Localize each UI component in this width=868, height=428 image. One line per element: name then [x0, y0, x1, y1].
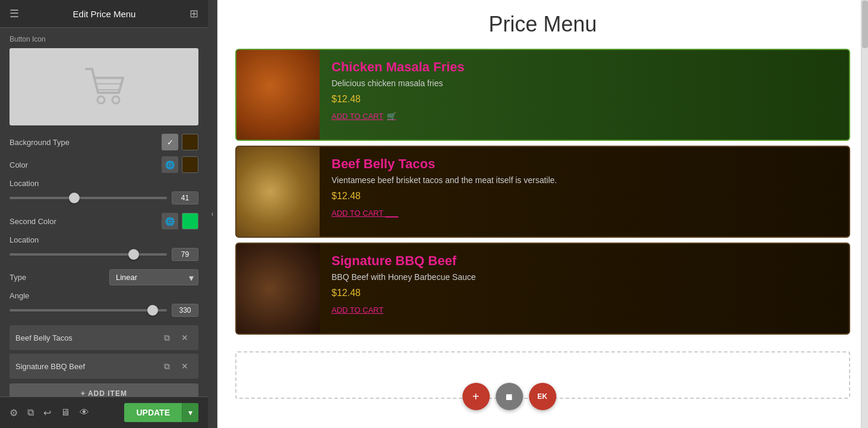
add-float-button[interactable]: +	[462, 383, 490, 410]
delete-item-btn[interactable]: ✕	[177, 330, 192, 345]
list-item: Beef Belly Tacos ⧉ ✕	[10, 325, 198, 350]
location-slider-row: Location	[10, 179, 198, 204]
footer-icons: ⚙ ⧉ ↩ 🖥 👁	[10, 407, 89, 418]
tacos-add-to-cart[interactable]: ADD TO CART ___	[332, 209, 398, 218]
list-item: Signature BBQ Beef ⧉ ✕	[10, 354, 198, 379]
angle-slider-container	[10, 304, 198, 317]
chicken-card-body: Chicken Masala Fries Delicious chicken m…	[320, 50, 849, 140]
layers-icon[interactable]: ⧉	[27, 407, 34, 418]
location-value-input[interactable]	[172, 191, 198, 204]
update-button[interactable]: UPDATE	[124, 403, 182, 422]
second-color-swatch[interactable]	[182, 213, 198, 229]
type-label: Type	[10, 273, 26, 282]
second-location-value-input[interactable]	[172, 248, 198, 261]
second-color-label: Second Color	[10, 217, 56, 226]
scrollbar-track[interactable]	[861, 0, 868, 428]
bbq-card-body: Signature BBQ Beef BBQ Beef with Honey B…	[320, 244, 849, 333]
svg-point-0	[97, 96, 105, 103]
tacos-price: $12.48	[332, 191, 837, 202]
bbq-add-to-cart[interactable]: ADD TO CART	[332, 306, 383, 314]
undo-icon[interactable]: ↩	[43, 407, 51, 418]
cart-link-icon: 🛒	[387, 112, 396, 121]
second-location-slider-thumb[interactable]	[128, 249, 139, 260]
color-row: Color 🌐	[10, 156, 198, 173]
type-select-wrapper: Linear	[109, 269, 198, 285]
menu-cards-container: Chicken Masala Fries Delicious chicken m…	[217, 43, 868, 345]
angle-slider-row: Angle	[10, 291, 198, 317]
panel-content: Button Icon Background Type ✓ Color 🌐	[0, 28, 208, 396]
menu-item-name: Signature BBQ Beef	[15, 362, 157, 371]
floating-buttons: + ■ EK	[462, 383, 556, 410]
type-row: Type Linear	[10, 269, 198, 285]
collapse-tab[interactable]: ‹	[208, 0, 217, 428]
chicken-price: $12.48	[332, 94, 837, 105]
location-slider-thumb[interactable]	[69, 193, 80, 203]
settings-icon[interactable]: ⚙	[10, 407, 18, 418]
angle-slider-track[interactable]	[10, 309, 167, 311]
button-icon-label: Button Icon	[10, 35, 198, 43]
checkmark-btn[interactable]: ✓	[162, 134, 178, 150]
menu-card-tacos: Beef Belly Tacos Vientamese beef brisket…	[235, 146, 850, 238]
location-slider-track[interactable]	[10, 197, 167, 199]
panel-header: ☰ Edit Price Menu ⊞	[0, 0, 208, 28]
preview-icon[interactable]: 👁	[80, 407, 89, 418]
cart-icon	[80, 63, 128, 111]
second-color-row: Second Color 🌐	[10, 213, 198, 229]
background-type-label: Background Type	[10, 138, 70, 147]
location-label: Location	[10, 179, 198, 188]
second-color-controls: 🌐	[162, 213, 198, 229]
color-controls: 🌐	[162, 156, 198, 173]
svg-point-1	[112, 96, 119, 103]
copy-item-btn[interactable]: ⧉	[159, 330, 175, 345]
bbq-price: $12.48	[332, 288, 837, 298]
delete-item-btn[interactable]: ✕	[177, 358, 192, 374]
second-globe-icon-btn[interactable]: 🌐	[162, 213, 178, 229]
tacos-title: Beef Belly Tacos	[332, 156, 837, 172]
right-panel: Price Menu Chicken Masala Fries Deliciou…	[217, 0, 868, 428]
tacos-desc: Vientamese beef brisket tacos and the me…	[332, 175, 837, 185]
bbq-title: Signature BBQ Beef	[332, 253, 837, 269]
icon-preview-box	[10, 48, 198, 125]
angle-slider-thumb[interactable]	[147, 305, 158, 316]
menu-items-list: Beef Belly Tacos ⧉ ✕ Signature BBQ Beef …	[10, 325, 198, 379]
hamburger-icon[interactable]: ☰	[10, 7, 19, 20]
angle-label: Angle	[10, 291, 198, 300]
grid-icon[interactable]: ⊞	[190, 7, 198, 20]
globe-icon-btn[interactable]: 🌐	[162, 156, 178, 173]
menu-card-chicken: Chicken Masala Fries Delicious chicken m…	[235, 49, 850, 141]
tacos-card-body: Beef Belly Tacos Vientamese beef brisket…	[320, 147, 849, 237]
bbq-image	[236, 244, 320, 333]
settings-float-button[interactable]: ■	[495, 383, 523, 410]
location-slider-container	[10, 191, 198, 204]
panel-title: Edit Price Menu	[73, 9, 136, 19]
second-location-slider-track[interactable]	[10, 253, 167, 256]
chicken-desc: Delicious chicken masala fries	[332, 78, 837, 88]
menu-card-bbq: Signature BBQ Beef BBQ Beef with Honey B…	[235, 243, 850, 335]
second-location-slider-row: Location	[10, 235, 198, 261]
background-type-swatch[interactable]	[182, 134, 198, 150]
background-type-row: Background Type ✓	[10, 134, 198, 150]
bbq-desc: BBQ Beef with Honey Barbecue Sauce	[332, 272, 837, 282]
second-location-label: Location	[10, 235, 198, 244]
chicken-title: Chicken Masala Fries	[332, 59, 837, 75]
update-btn-group: UPDATE ▾	[124, 403, 198, 422]
left-panel: ☰ Edit Price Menu ⊞ Button Icon Backgrou…	[0, 0, 208, 428]
color-label: Color	[10, 160, 28, 169]
preview-title: Price Menu	[217, 0, 868, 43]
angle-value-input[interactable]	[172, 304, 198, 317]
tacos-image	[236, 147, 320, 237]
background-type-controls: ✓	[162, 134, 198, 150]
add-item-button[interactable]: + ADD ITEM	[10, 383, 198, 396]
menu-item-name: Beef Belly Tacos	[15, 333, 157, 342]
panel-footer: ⚙ ⧉ ↩ 🖥 👁 UPDATE ▾	[0, 396, 208, 428]
type-select[interactable]: Linear	[109, 269, 198, 285]
color-swatch[interactable]	[182, 156, 198, 173]
responsive-icon[interactable]: 🖥	[61, 407, 70, 418]
chicken-image	[236, 50, 320, 140]
scrollbar-thumb[interactable]	[862, 1, 868, 48]
update-dropdown-arrow[interactable]: ▾	[182, 403, 198, 422]
edit-float-button[interactable]: EK	[529, 383, 556, 410]
copy-item-btn[interactable]: ⧉	[159, 358, 175, 374]
second-location-slider-container	[10, 248, 198, 261]
chicken-add-to-cart[interactable]: ADD TO CART 🛒	[332, 112, 396, 121]
